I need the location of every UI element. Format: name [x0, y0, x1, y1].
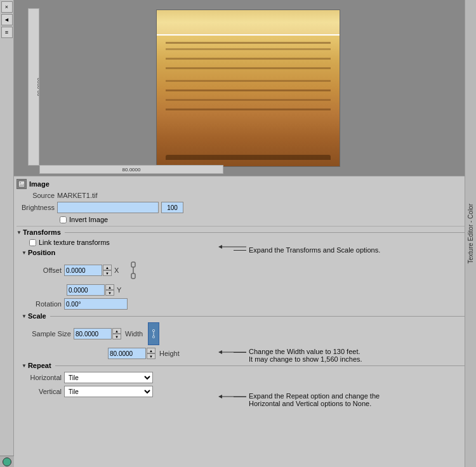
svg-rect-3	[131, 262, 135, 267]
scale-triangle: ▼	[22, 313, 27, 319]
main-container: × ◄ ≡ 80.0000	[0, 0, 476, 467]
scale-header[interactable]: ▼ Scale	[17, 311, 473, 321]
link-transforms-checkbox[interactable]	[29, 239, 36, 246]
window-row-1	[166, 42, 330, 44]
svg-rect-6	[153, 330, 155, 332]
offset-y-spinner-btns: ▲ ▼	[105, 284, 114, 296]
status-indicator	[3, 457, 11, 466]
height-spinner: ▲ ▼	[108, 348, 155, 359]
sample-size-height-row: ▲ ▼ Height	[17, 346, 473, 360]
ruler-bottom-label: 80.0000	[122, 167, 141, 173]
offset-x-up[interactable]: ▲	[103, 265, 112, 270]
top-tile	[157, 10, 340, 34]
properties-panel: Image Source MARKET1.tif Brightness Inve…	[14, 176, 476, 467]
svg-rect-4	[131, 273, 135, 279]
building-facade	[157, 36, 340, 166]
brightness-number-input[interactable]	[161, 202, 183, 213]
offset-chain-icon	[127, 259, 140, 282]
bottom-bar	[0, 456, 14, 467]
window-row-8	[166, 109, 330, 110]
sample-size-label: Sample Size	[27, 330, 71, 338]
transforms-triangle: ▼	[17, 230, 22, 235]
height-down[interactable]: ▼	[147, 353, 155, 359]
position-label: Position	[28, 249, 55, 256]
vertical-row: Vertical Tile Mirror None	[17, 385, 473, 398]
offset-x-down[interactable]: ▼	[103, 270, 112, 276]
scale-label: Scale	[28, 312, 46, 320]
scale-chain-icon[interactable]	[148, 322, 159, 345]
brightness-row: Brightness	[17, 201, 473, 214]
position-header[interactable]: ▼ Position	[17, 247, 473, 258]
offset-y-up[interactable]: ▲	[105, 284, 114, 290]
link-transforms-row: Link texture transforms	[17, 237, 473, 247]
offset-y-input[interactable]	[67, 284, 105, 296]
offset-y-spinner: ▲ ▼	[67, 284, 114, 296]
image-header-label: Image	[29, 180, 50, 188]
svg-rect-7	[153, 336, 155, 338]
arch-row	[166, 155, 330, 160]
transforms-divider	[65, 232, 473, 233]
preview-image	[157, 10, 340, 166]
rotation-row: Rotation	[17, 297, 473, 311]
window-row-6	[166, 89, 330, 91]
window-row-3	[166, 58, 330, 60]
position-triangle: ▼	[22, 250, 27, 256]
window-row-2	[166, 48, 330, 50]
close-button[interactable]: ×	[1, 1, 13, 13]
svg-point-2	[20, 182, 21, 183]
sidebar-label-text: Texture Editor - Color	[467, 204, 474, 263]
offset-y-down[interactable]: ▼	[105, 290, 114, 296]
image-icon	[17, 179, 27, 189]
ruler-left: 80.0000	[28, 8, 39, 166]
repeat-divider	[55, 365, 473, 366]
width-label: Width	[125, 330, 143, 338]
offset-y-row: ▲ ▼ Y	[17, 283, 473, 297]
offset-x-input[interactable]	[64, 265, 102, 276]
offset-x-spinner: ▲ ▼	[64, 265, 112, 276]
repeat-label: Repeat	[28, 362, 51, 369]
height-up[interactable]: ▲	[147, 348, 155, 353]
invert-label: Invert Image	[69, 216, 108, 223]
window-row-4	[166, 67, 330, 69]
transforms-header[interactable]: ▼ Transforms	[17, 226, 473, 237]
height-label: Height	[159, 350, 180, 357]
panel-area: 80.0000	[14, 0, 476, 467]
rotation-input[interactable]	[64, 298, 128, 310]
vertical-label: Vertical	[27, 388, 62, 395]
preview-area: 80.0000	[14, 0, 476, 176]
menu-button[interactable]: ≡	[1, 27, 13, 38]
height-input[interactable]	[108, 348, 146, 359]
link-transforms-label: Link texture transforms	[39, 239, 110, 246]
y-label: Y	[117, 286, 124, 294]
height-spinner-btns: ▲ ▼	[147, 348, 155, 359]
preview-canvas	[156, 10, 340, 167]
width-down[interactable]: ▼	[112, 334, 121, 339]
width-spinner-btns: ▲ ▼	[112, 328, 121, 339]
width-spinner: ▲ ▼	[74, 328, 121, 339]
offset-x-row: Offset ▲ ▼ X	[17, 258, 473, 283]
window-row-7	[166, 99, 330, 101]
brightness-bar-input[interactable]	[57, 202, 159, 213]
horizontal-row: Horizontal Tile Mirror None	[17, 371, 473, 385]
width-up[interactable]: ▲	[112, 328, 121, 334]
ruler-left-label: 80.0000	[36, 78, 39, 96]
horizontal-select[interactable]: Tile Mirror None	[64, 372, 153, 383]
vertical-select[interactable]: Tile Mirror None	[64, 386, 153, 397]
left-toolbar: × ◄ ≡	[0, 0, 14, 467]
horizontal-label: Horizontal	[27, 374, 62, 381]
repeat-header[interactable]: ▼ Repeat	[17, 360, 473, 371]
offset-x-spinner-btns: ▲ ▼	[103, 265, 112, 276]
source-label: Source	[17, 192, 55, 199]
invert-row: Invert Image	[17, 214, 473, 225]
offset-label: Offset	[27, 266, 62, 274]
offset-link-area	[127, 259, 140, 282]
brightness-label: Brightness	[17, 204, 55, 211]
width-input[interactable]	[74, 328, 112, 339]
scale-divider	[50, 316, 473, 317]
window-row-5	[166, 80, 330, 82]
invert-checkbox[interactable]	[60, 216, 67, 223]
right-sidebar: Texture Editor - Color	[465, 0, 476, 467]
image-section-header: Image	[17, 178, 473, 190]
nav-button[interactable]: ◄	[1, 14, 13, 25]
source-value: MARKET1.tif	[57, 192, 98, 199]
